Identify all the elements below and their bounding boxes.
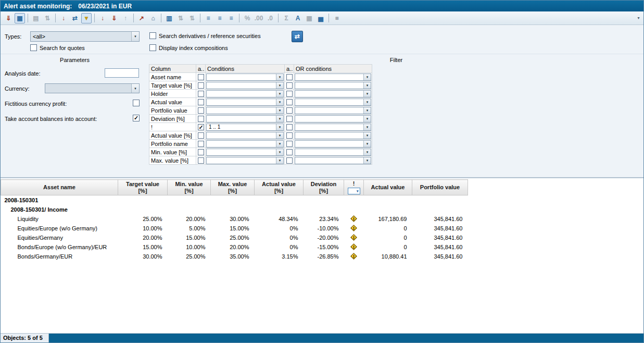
- filter-or-checkbox[interactable]: [286, 107, 293, 114]
- chevron-down-icon[interactable]: ▾: [276, 107, 283, 114]
- filter-condition-combobox[interactable]: ▾: [206, 115, 284, 123]
- performance-icon[interactable]: ↗: [136, 13, 147, 23]
- filter-or-checkbox[interactable]: [286, 99, 293, 105]
- filter-or-combobox[interactable]: ▾: [295, 149, 371, 156]
- filter-and-checkbox[interactable]: [198, 107, 204, 114]
- column-chart-icon[interactable]: ▥: [164, 13, 174, 23]
- filter-condition-combobox[interactable]: ▾: [206, 82, 284, 89]
- filter-or-combobox[interactable]: ▾: [295, 74, 371, 81]
- filter-and-checkbox[interactable]: [198, 116, 204, 122]
- chevron-down-icon[interactable]: ▾: [363, 149, 371, 155]
- chevron-down-icon[interactable]: ▾: [363, 157, 371, 164]
- bar-chart-icon[interactable]: ▅: [315, 13, 326, 23]
- col-header-portfolio-value[interactable]: Portfolio value: [412, 180, 468, 195]
- col-header-max-value[interactable]: Max. value[%]: [211, 180, 255, 195]
- stop-icon[interactable]: ■: [332, 13, 342, 23]
- col-header-min-value[interactable]: Min. value[%]: [168, 180, 211, 195]
- filter-and-checkbox[interactable]: [198, 74, 204, 80]
- filter-or-combobox[interactable]: ▾: [295, 90, 371, 97]
- filter-or-checkbox[interactable]: [286, 91, 293, 97]
- filter-and-checkbox[interactable]: [198, 124, 204, 130]
- chevron-down-icon[interactable]: ▾: [276, 99, 283, 105]
- chevron-down-icon[interactable]: ▾: [363, 116, 371, 122]
- import-export-icon[interactable]: ⇅: [42, 13, 53, 23]
- filter-and-checkbox[interactable]: [198, 82, 204, 89]
- sort-descending-icon[interactable]: ⇅: [187, 13, 197, 23]
- filter-or-checkbox[interactable]: [286, 141, 293, 147]
- filter-and-checkbox[interactable]: [198, 157, 204, 164]
- filter-or-combobox[interactable]: ▾: [295, 107, 371, 114]
- chevron-down-icon[interactable]: ▾: [276, 149, 283, 155]
- insert-row-icon[interactable]: ↓: [97, 13, 108, 23]
- chevron-down-icon[interactable]: ▾: [363, 124, 371, 130]
- chevron-down-icon[interactable]: ▾: [276, 157, 283, 164]
- sort-ascending-icon[interactable]: ⇅: [175, 13, 186, 23]
- chevron-down-icon[interactable]: ▾: [363, 99, 371, 105]
- institution-icon[interactable]: ⌂: [148, 13, 158, 23]
- chevron-down-icon[interactable]: ▾: [131, 84, 139, 93]
- align-center-icon[interactable]: ≡: [214, 13, 225, 23]
- filter-or-checkbox[interactable]: [286, 132, 293, 139]
- chevron-down-icon[interactable]: ▾: [276, 132, 283, 139]
- chevron-down-icon[interactable]: ▾: [363, 91, 371, 97]
- update-quotes-icon[interactable]: ↓: [58, 13, 69, 23]
- filter-or-checkbox[interactable]: [286, 157, 293, 164]
- filter-and-checkbox[interactable]: [198, 91, 204, 97]
- chevron-down-icon[interactable]: ▾: [276, 74, 283, 80]
- col-header-actual-value[interactable]: Actual value: [364, 180, 412, 195]
- refresh-icon[interactable]: ⇄: [70, 13, 80, 23]
- display-index-checkbox[interactable]: [149, 44, 156, 51]
- chevron-down-icon[interactable]: ▾: [276, 82, 283, 89]
- col-header-alert[interactable]: ! ▾: [344, 180, 364, 195]
- filter-edit-icon[interactable]: ▼: [81, 13, 92, 23]
- currency-dropdown[interactable]: ▾: [45, 83, 140, 93]
- filter-condition-combobox[interactable]: ▾: [206, 90, 284, 97]
- chevron-down-icon[interactable]: ▾: [363, 141, 371, 147]
- account-balances-checkbox[interactable]: [133, 115, 140, 121]
- chevron-down-icon[interactable]: ▾: [363, 107, 371, 114]
- filter-condition-combobox[interactable]: 1 .. 1 ▾: [206, 124, 284, 131]
- asset-row[interactable]: Liquidity 25.00% 20.00% 30.00% 48.34% 23…: [1, 214, 468, 224]
- font-icon[interactable]: A: [293, 13, 303, 23]
- filter-or-combobox[interactable]: ▾: [295, 124, 371, 131]
- filter-or-checkbox[interactable]: [286, 82, 293, 89]
- filter-or-combobox[interactable]: ▾: [295, 115, 371, 123]
- filter-and-checkbox[interactable]: [198, 141, 204, 147]
- search-derivatives-checkbox[interactable]: [149, 32, 156, 39]
- grid-icon[interactable]: ▦: [304, 13, 314, 23]
- filter-condition-combobox[interactable]: ▾: [206, 107, 284, 114]
- col-header-target-value[interactable]: Target value[%]: [118, 180, 168, 195]
- chevron-down-icon[interactable]: ▾: [363, 82, 371, 89]
- filter-or-checkbox[interactable]: [286, 124, 293, 130]
- asset-row[interactable]: Equities/Europe (w/o Germany) 10.00% 5.0…: [1, 224, 468, 233]
- analysis-date-input[interactable]: [105, 68, 139, 78]
- toolbar-overflow-chevron-icon[interactable]: ▾: [635, 15, 642, 22]
- chevron-down-icon[interactable]: ▾: [131, 32, 139, 41]
- percent-format-icon[interactable]: %: [242, 13, 252, 23]
- filter-or-combobox[interactable]: ▾: [295, 99, 371, 106]
- copy-icon[interactable]: ▤: [31, 13, 41, 23]
- col-header-actual-value-pct[interactable]: Actual value[%]: [255, 180, 304, 195]
- types-dropdown[interactable]: <all> ▾: [30, 31, 140, 42]
- append-row-icon[interactable]: ⇓: [109, 13, 119, 23]
- alert-column-filter-dropdown[interactable]: ▾: [348, 188, 360, 194]
- filter-or-combobox[interactable]: ▾: [295, 132, 371, 139]
- move-up-icon[interactable]: ↑: [120, 13, 131, 23]
- filter-condition-combobox[interactable]: ▾: [206, 132, 284, 139]
- execute-search-button[interactable]: ⇄: [292, 31, 303, 42]
- filter-or-combobox[interactable]: ▾: [295, 157, 371, 164]
- col-header-asset-name[interactable]: Asset name: [1, 180, 118, 195]
- search-quotes-checkbox[interactable]: [30, 44, 37, 51]
- filter-or-combobox[interactable]: ▾: [295, 140, 371, 148]
- add-decimal-icon[interactable]: .00: [254, 13, 264, 23]
- filter-condition-combobox[interactable]: ▾: [206, 74, 284, 81]
- filter-and-checkbox[interactable]: [198, 132, 204, 139]
- align-left-icon[interactable]: ≡: [203, 13, 213, 23]
- chevron-down-icon[interactable]: ▾: [276, 124, 283, 130]
- chevron-down-icon[interactable]: ▾: [363, 74, 371, 80]
- col-header-deviation[interactable]: Deviation[%]: [304, 180, 344, 195]
- chevron-down-icon[interactable]: ▾: [276, 116, 283, 122]
- filter-or-checkbox[interactable]: [286, 149, 293, 155]
- load-data-icon[interactable]: ⇓: [3, 13, 14, 23]
- filter-and-checkbox[interactable]: [198, 99, 204, 105]
